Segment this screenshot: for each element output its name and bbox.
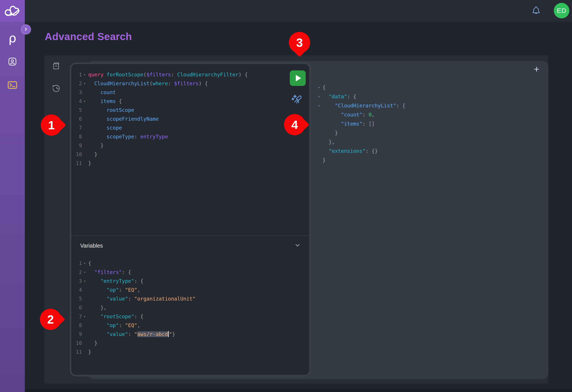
code-text: {: [323, 83, 326, 92]
cloud-knot-logo-icon: [3, 2, 22, 20]
line-number: 9: [72, 330, 82, 339]
response-viewer: ▾{▾ "data": {▾ "CloudHierarchyList": { "…: [316, 83, 405, 165]
chevron-down-icon[interactable]: [295, 242, 301, 249]
sidebar-item-terminal[interactable]: [0, 77, 25, 94]
line-number: 2: [72, 79, 82, 88]
code-line: ▾{: [316, 83, 405, 92]
code-text: scope: [88, 123, 122, 132]
code-line: ▾ "CloudHierarchyList": {: [316, 101, 405, 110]
sidebar-expand-button[interactable]: [21, 24, 31, 34]
code-text: }: [88, 150, 97, 159]
code-text: }: [323, 128, 338, 138]
fold-gutter: [82, 150, 87, 159]
fold-arrow-icon[interactable]: ▾: [82, 259, 87, 268]
fold-arrow-icon[interactable]: ▾: [316, 83, 322, 92]
history-button[interactable]: [51, 84, 61, 94]
add-tab-button[interactable]: +: [531, 64, 542, 75]
variables-editor[interactable]: 1▾{2▾ "filters": {3▾ "entryType": {4 "op…: [72, 259, 196, 356]
chevron-right-icon: [23, 27, 28, 32]
code-text: count: [88, 88, 116, 97]
code-text: {: [88, 259, 91, 268]
fold-gutter: [82, 321, 87, 330]
variables-section-header[interactable]: Variables: [80, 241, 301, 250]
code-text: scopeType: entryType: [88, 132, 168, 141]
code-text: "data": {: [323, 92, 356, 101]
code-line: "items": []: [316, 119, 405, 128]
code-line: 9 "value": "aws/r-abcd"}: [72, 330, 196, 339]
fold-gutter: [82, 141, 87, 150]
line-number: 10: [72, 150, 82, 159]
fold-arrow-icon[interactable]: ▾: [82, 97, 87, 106]
fold-gutter: [316, 156, 322, 165]
fold-gutter: [82, 294, 87, 303]
fold-arrow-icon[interactable]: ▾: [82, 79, 87, 88]
code-text: "rootScope": {: [88, 312, 143, 321]
sidebar-item-search[interactable]: ρ: [0, 29, 25, 47]
fold-arrow-icon[interactable]: ▾: [82, 70, 87, 79]
line-number: 8: [72, 132, 82, 141]
fold-gutter: [82, 132, 87, 141]
fold-arrow-icon[interactable]: ▾: [316, 101, 322, 110]
code-line: 6 },: [72, 303, 196, 312]
code-text: "CloudHierarchyList": {: [323, 101, 405, 110]
code-line: "count": 0,: [316, 110, 405, 119]
prettify-button[interactable]: [291, 94, 303, 106]
code-line: "extensions": {}: [316, 147, 405, 156]
execute-query-button[interactable]: [290, 70, 306, 86]
fold-gutter: [316, 128, 322, 138]
line-number: 6: [72, 303, 82, 312]
code-text: }: [88, 141, 103, 150]
code-line: 3▾ "entryType": {: [72, 277, 196, 285]
query-editor[interactable]: 1▾query forRootScope($filters: CloudHier…: [72, 70, 248, 168]
code-line: 9 }: [72, 141, 248, 150]
fold-gutter: [316, 147, 322, 156]
fold-arrow-icon[interactable]: ▾: [316, 92, 322, 101]
fold-gutter: [82, 106, 87, 114]
line-number: 11: [72, 159, 82, 168]
code-line: 7▾ "rootScope": {: [72, 312, 196, 321]
code-line: 1▾query forRootScope($filters: CloudHier…: [72, 70, 248, 79]
text-cursor: [168, 331, 169, 337]
fold-arrow-icon[interactable]: ▾: [82, 312, 87, 321]
line-number: 10: [72, 339, 82, 347]
app-logo[interactable]: [0, 0, 25, 22]
line-number: 3: [72, 277, 82, 285]
terminal-icon: [7, 80, 18, 91]
code-text: "count": 0,: [323, 110, 375, 119]
notifications-button[interactable]: [531, 5, 541, 16]
fold-arrow-icon[interactable]: ▾: [82, 277, 87, 285]
bell-icon: [531, 13, 541, 16]
code-text: items {: [88, 97, 122, 106]
rho-icon: ρ: [8, 32, 16, 44]
code-line: },: [316, 138, 405, 147]
page-title: Advanced Search: [45, 31, 132, 43]
fold-gutter: [82, 159, 87, 168]
sidebar-item-contacts[interactable]: [0, 53, 25, 71]
id-card-icon: [7, 56, 18, 68]
line-number: 6: [72, 114, 82, 123]
code-text: }: [88, 339, 97, 347]
code-text: }: [88, 347, 91, 356]
fold-arrow-icon[interactable]: ▾: [82, 268, 87, 277]
fold-gutter: [82, 88, 87, 97]
code-line: 11}: [72, 347, 196, 356]
code-line: 4▾ items {: [72, 97, 248, 106]
line-number: 11: [72, 347, 82, 356]
graphql-playground: + ▾{▾ "data": {▾ "CloudHierarchyList": {…: [44, 55, 548, 384]
line-number: 4: [72, 97, 82, 106]
callout-pin-2: 2: [40, 309, 61, 330]
callout-pin-4: 4: [284, 114, 305, 135]
sparkle-broom-icon: [291, 103, 303, 107]
code-line: 1▾{: [72, 259, 196, 268]
sidebar: ρ: [0, 22, 25, 392]
line-number: 9: [72, 141, 82, 150]
fold-gutter: [82, 339, 87, 347]
fold-gutter: [316, 110, 322, 119]
code-line: 10 }: [72, 150, 248, 159]
line-number: 1: [72, 70, 82, 79]
code-text: query forRootScope($filters: CloudHierar…: [88, 70, 248, 79]
user-avatar[interactable]: ED: [554, 3, 569, 18]
code-line: }: [316, 128, 405, 138]
docs-explorer-button[interactable]: [51, 62, 61, 71]
code-text: "items": []: [323, 119, 375, 128]
